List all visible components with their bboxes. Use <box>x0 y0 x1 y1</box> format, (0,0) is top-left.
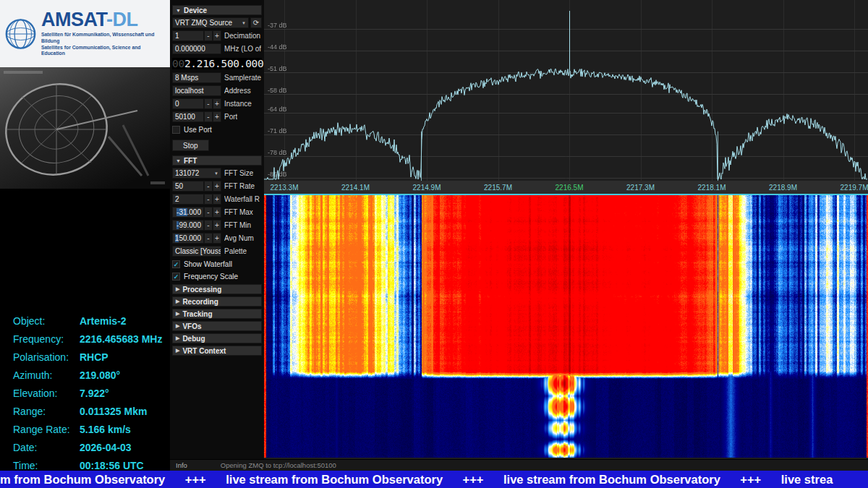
samplerate-row: 8 MspsSamplerate <box>172 72 262 83</box>
decimation-label: Decimation <box>224 32 260 40</box>
minus-button[interactable]: - <box>204 98 213 109</box>
minus-button[interactable]: - <box>204 194 213 205</box>
source-select[interactable]: VRT ZMQ Source ▼ <box>172 17 249 28</box>
device-panel-title: Device <box>184 7 207 14</box>
show-waterfall-checkbox[interactable]: ✓ <box>172 260 180 268</box>
frequency-scale-checkbox[interactable]: ✓ <box>172 273 180 281</box>
panel-vfos[interactable]: ▶VFOs <box>172 321 262 331</box>
telemetry-label: Polarisation: <box>13 351 80 363</box>
frequency-scale[interactable]: 2213.3M2214.1M2214.9M2215.7M2216.5M2217.… <box>264 181 868 195</box>
fft-display-panel: 2213.3M2214.1M2214.9M2215.7M2216.5M2217.… <box>264 0 868 459</box>
samplerate-input[interactable]: 8 Msps <box>172 72 221 83</box>
panel-recording-title: Recording <box>182 298 218 306</box>
decimation-value: 1 <box>175 32 179 40</box>
instance-stepper[interactable]: 0 <box>172 98 204 109</box>
plus-button[interactable]: + <box>213 207 221 218</box>
frequency-display[interactable]: 002.216.500.000Hz <box>172 58 262 69</box>
freq-scale-label: 2219.7M <box>841 184 868 192</box>
app-root: AMSAT-DL Satelliten für Kommunikation, W… <box>0 0 868 488</box>
status-info-label: Info <box>176 461 187 469</box>
port-stepper[interactable]: 50100 <box>172 111 204 122</box>
stop-button[interactable]: Stop <box>172 140 209 151</box>
panel-recording[interactable]: ▶Recording <box>172 296 262 307</box>
lo-offset-input[interactable]: 0.000000 <box>172 43 221 54</box>
plus-button[interactable]: + <box>213 194 221 205</box>
plus-button[interactable]: + <box>213 111 221 122</box>
panel-vfos-title: VFOs <box>182 322 201 330</box>
telemetry-value: 219.080° <box>80 369 120 381</box>
instance-row: 0-+Instance <box>172 98 262 109</box>
telemetry-value: RHCP <box>80 351 109 363</box>
address-value: localhost <box>175 87 203 95</box>
decimation-row: 1-+Decimation <box>172 30 262 41</box>
caret-right-icon: ▶ <box>176 323 179 329</box>
panel-vrt-context[interactable]: ▶VRT Context <box>172 346 262 356</box>
fft-rate-label: FFT Rate <box>224 182 255 190</box>
frequency-scale-row: ✓Frequency Scale <box>172 272 262 281</box>
fft-panel-header[interactable]: ▼ FFT <box>172 155 262 166</box>
minus-button[interactable]: - <box>204 207 213 218</box>
logo-amsat: AMSAT <box>41 9 106 30</box>
waterfall-rate-value: 2 <box>175 195 179 203</box>
sdr-sidebar: ▼ Device VRT ZMQ Source ▼ ⟳ 1-+Decimatio… <box>170 0 264 459</box>
telemetry-value: 0.011325 Mkm <box>80 406 147 417</box>
address-input[interactable]: localhost <box>172 85 221 96</box>
fft-min-stepper[interactable]: -99.000 <box>172 220 204 231</box>
fft-rate-stepper[interactable]: 50 <box>172 181 204 192</box>
plus-button[interactable]: + <box>213 30 221 41</box>
use-port-label: Use Port <box>184 126 212 134</box>
status-bar: Info Opening ZMQ to tcp://localhost:5010… <box>170 459 868 471</box>
telemetry-value: 5.166 km/s <box>80 424 131 435</box>
palette-select[interactable]: Classic [Youssef Toui <box>172 246 221 257</box>
device-panel-header[interactable]: ▼ Device <box>172 5 262 15</box>
telemetry-label: Range Rate: <box>13 424 80 435</box>
fft-min-row: -99.000-+FFT Min <box>172 220 262 231</box>
panel-vrt-context-title: VRT Context <box>182 347 226 355</box>
minus-button[interactable]: - <box>204 233 213 244</box>
freq-scale-label: 2218.1M <box>698 184 726 192</box>
panel-tracking[interactable]: ▶Tracking <box>172 309 262 319</box>
waterfall-rate-row: 2-+Waterfall R <box>172 194 262 205</box>
frequency-scale-label: Frequency Scale <box>184 273 238 281</box>
fft-max-label: FFT Max <box>224 208 253 216</box>
decimation-stepper[interactable]: 1 <box>172 30 204 41</box>
mid-right: ▼ Device VRT ZMQ Source ▼ ⟳ 1-+Decimatio… <box>170 0 868 471</box>
plus-button[interactable]: + <box>213 233 221 244</box>
avg-num-stepper[interactable]: 150.000 <box>172 233 204 244</box>
chevron-down-icon: ▼ <box>213 171 218 176</box>
panel-processing[interactable]: ▶Processing <box>172 284 262 294</box>
minus-button[interactable]: - <box>204 111 213 122</box>
fft-min-label: FFT Min <box>224 221 251 229</box>
minus-button[interactable]: - <box>204 220 213 231</box>
telemetry-label: Object: <box>13 315 80 327</box>
telemetry-label: Date: <box>13 442 80 453</box>
fft-size-label: FFT Size <box>224 169 253 177</box>
content-row: AMSAT-DL Satelliten für Kommunikation, W… <box>0 0 868 471</box>
plus-button[interactable]: + <box>213 220 221 231</box>
panel-debug[interactable]: ▶Debug <box>172 333 262 343</box>
telemetry-row: Range Rate:5.166 km/s <box>13 420 162 438</box>
fft-max-stepper[interactable]: -31.000 <box>172 207 204 218</box>
plus-button[interactable]: + <box>213 181 221 192</box>
waterfall-canvas[interactable] <box>264 195 868 458</box>
waterfall-rate-stepper[interactable]: 2 <box>172 194 204 205</box>
telemetry-value: 7.922° <box>80 388 109 399</box>
fft-spectrum-canvas[interactable] <box>264 0 868 181</box>
minus-button[interactable]: - <box>204 30 213 41</box>
panel-debug-title: Debug <box>182 335 205 343</box>
antenna-webcam-view <box>0 67 170 189</box>
amsat-globe-icon <box>4 17 37 51</box>
fft-max-row: -31.000-+FFT Max <box>172 207 262 218</box>
fft-size-select[interactable]: 131072▼ <box>172 168 221 179</box>
instance-label: Instance <box>224 100 252 108</box>
minus-button[interactable]: - <box>204 181 213 192</box>
lo-offset-value: 0.000000 <box>175 45 205 53</box>
freq-scale-label: 2217.3M <box>626 184 655 192</box>
address-label: Address <box>224 87 251 95</box>
refresh-button[interactable]: ⟳ <box>250 17 262 28</box>
source-select-value: VRT ZMQ Source <box>175 19 232 27</box>
use-port-checkbox[interactable] <box>172 126 180 134</box>
use-port-row: Use Port <box>172 125 262 134</box>
plus-button[interactable]: + <box>213 98 221 109</box>
telemetry-row: Object:Artemis-2 <box>13 312 162 330</box>
